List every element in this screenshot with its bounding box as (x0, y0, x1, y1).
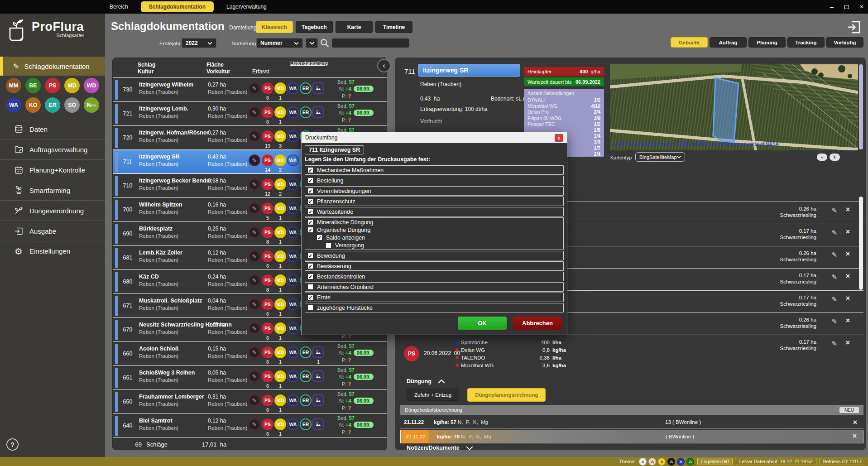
filter-button-vorläufig[interactable]: Vorläufig (826, 37, 863, 48)
checkbox[interactable]: ✓ (307, 198, 313, 204)
sidebar-badge-wd[interactable]: WD (84, 78, 99, 93)
sidebar-item-planung-kontrolle[interactable]: Planung+Kontrolle (0, 159, 105, 180)
field-row-640[interactable]: 640Biel SamtrotReben (Trauben)0,12 haReb… (113, 413, 387, 437)
sidebar-item-auftragsverwaltung[interactable]: Auftragsverwaltung (0, 139, 105, 159)
collapse-panel-button[interactable]: ‹ (377, 59, 391, 72)
checkbox[interactable]: ✓ (317, 235, 322, 240)
checkbox-ernte[interactable]: ✓Ernte (307, 293, 561, 301)
top-tab-lagerverwaltung[interactable]: Lagerverwaltung (222, 2, 271, 12)
edit-icon[interactable]: ✎ (831, 295, 837, 303)
sidebar-badge-be[interactable]: BE (25, 78, 41, 93)
filter-button-tracking[interactable]: Tracking (787, 37, 825, 48)
thema-button-2[interactable]: A (648, 458, 656, 466)
checkbox-beweidung[interactable]: ✓Beweidung (307, 252, 561, 259)
checkbox[interactable]: ✓ (307, 263, 313, 269)
field-row-650[interactable]: 650Frauhammer LembergerReben (Trauben)0,… (113, 389, 387, 413)
edit-icon[interactable]: ✎ (831, 317, 837, 326)
checkbox-zugehörige-flurstücke[interactable]: zugehörige Flurstücke (307, 304, 561, 312)
notizen-header[interactable]: Notizen/Dokumente (407, 445, 473, 451)
scrollbar-thumb[interactable] (859, 64, 863, 149)
delete-icon[interactable]: × (853, 432, 857, 440)
filter-button-auftrag[interactable]: Auftrag (710, 37, 747, 48)
map-zoom-in-button[interactable]: + (830, 154, 840, 161)
sort-direction-button[interactable] (306, 38, 318, 48)
top-tab-schlagdokumentation[interactable]: Schlagdokumentation (141, 1, 214, 12)
checkbox[interactable]: ✓ (307, 209, 313, 215)
view-tab-klassisch[interactable]: Klassisch (256, 21, 293, 33)
checkbox-saldo-anzeigen[interactable]: ✓Saldo anzeigen (317, 234, 561, 241)
view-tab-karte[interactable]: Karte (336, 21, 373, 33)
sidebar-badge-er[interactable]: ER (45, 97, 60, 113)
checkbox-bestellung[interactable]: ✓Bestellung (307, 177, 561, 184)
field-polygon[interactable] (713, 78, 739, 142)
delete-icon[interactable]: × (846, 294, 850, 303)
sidebar-item-daten[interactable]: Daten (0, 119, 105, 139)
checkbox[interactable]: ✓ (307, 294, 313, 300)
delete-icon[interactable]: × (846, 206, 850, 214)
duengung-row[interactable]: 21.11.22kg/ha: 57 N, P, K, Mg13 ( BWonli… (400, 417, 863, 428)
delete-icon[interactable]: × (846, 339, 850, 347)
listendarstellung-link[interactable]: Listendarstellung (290, 60, 328, 66)
checkbox[interactable] (307, 284, 313, 290)
checkbox[interactable]: ✓ (307, 227, 313, 233)
checkbox[interactable] (326, 242, 331, 248)
sidebar-badge-so[interactable]: SO (64, 97, 80, 113)
checkbox-bewässerung[interactable]: ✓Bewässerung (307, 262, 561, 270)
checkbox[interactable]: ✓ (307, 178, 313, 183)
field-row-651[interactable]: 651SchloßWeg 3 ReihenReben (Trauben)0,05… (113, 365, 387, 389)
sidebar-item-düngeverordnung[interactable]: Düngeverordnung (0, 200, 105, 221)
scrollbar-thumb[interactable] (859, 197, 863, 290)
search-input[interactable] (331, 38, 410, 48)
map-zoom-out-button[interactable]: - (817, 154, 827, 161)
checkbox-mechanische-maßnahmen[interactable]: ✓Mechanische Maßnahmen (307, 166, 561, 174)
sidebar-badge-ps[interactable]: PS (45, 78, 60, 93)
checkbox-vorerntebedingungen[interactable]: ✓Vorerntebedingungen (307, 187, 561, 195)
edit-icon[interactable]: ✎ (831, 340, 837, 348)
field-row-660[interactable]: 660Acolon SchloßReben (Trauben)0,15 haRe… (113, 341, 387, 365)
edit-icon[interactable]: ✎ (831, 229, 837, 237)
sidebar-badge-wa[interactable]: WA (6, 97, 21, 113)
thema-button-1[interactable]: A (639, 458, 647, 466)
duengung-tab-düngeplanungsrechnung[interactable]: Düngeplanungsrechnung (467, 388, 546, 402)
duengung-tab-zufuhr-entzug[interactable]: Zufuhr + Entzug (407, 389, 459, 401)
checkbox-artenreiches-grünland[interactable]: Artenreiches Grünland (307, 283, 561, 291)
checkbox[interactable]: ✓ (307, 167, 313, 173)
field-row-721[interactable]: 721Itzingerweg Lemb.Reben (Trauben)0,30 … (113, 101, 387, 125)
sidebar-badge-md[interactable]: MD (64, 78, 80, 93)
kartentyp-select[interactable]: BingSatelliteMap (635, 152, 685, 162)
window-close-button[interactable]: × (860, 4, 863, 10)
help-button[interactable]: ? (6, 438, 19, 451)
thema-button-4[interactable]: A (667, 458, 675, 466)
delete-icon[interactable]: × (853, 418, 857, 427)
detail-field-name[interactable]: Itzingerweg SR (418, 64, 520, 77)
checkbox-wartezeitende[interactable]: ✓Wartezeitende (307, 208, 561, 216)
checkbox[interactable]: ✓ (307, 274, 313, 279)
sidebar-badge-ko[interactable]: KO (25, 97, 41, 113)
sidebar-badge-mm[interactable]: MM (6, 78, 21, 93)
thema-button-5[interactable]: A (677, 458, 685, 466)
treatment-row[interactable]: 0.17 haSchwarzriesling✎×PS20.06.2022 00S… (400, 335, 863, 372)
thema-button-3[interactable]: A (658, 458, 666, 466)
filter-button-gebucht[interactable]: Gebucht (671, 37, 708, 48)
checkbox[interactable]: ✓ (307, 253, 313, 259)
checkbox-organische-düngung[interactable]: ✓Organische Düngung (307, 226, 561, 234)
thema-button-6[interactable]: A (686, 458, 694, 466)
sidebar-item-ausgabe[interactable]: Ausgabe (0, 221, 105, 241)
sidebar-item-einstellungen[interactable]: ⚙Einstellungen (0, 241, 105, 261)
sidebar-badge-nmin[interactable]: Nmin (84, 97, 99, 113)
checkbox[interactable]: ✓ (307, 188, 313, 194)
top-tab-bereich[interactable]: Bereich (105, 2, 133, 12)
checkbox-versorgung[interactable]: Versorgung (326, 241, 561, 249)
close-icon[interactable]: x (555, 134, 563, 142)
delete-icon[interactable]: × (846, 317, 850, 325)
delete-icon[interactable]: × (846, 250, 850, 258)
cancel-button[interactable]: Abbrechen (513, 317, 562, 330)
checkbox-pflanzenschutz[interactable]: ✓Pflanzenschutz (307, 197, 561, 205)
window-minimize-button[interactable]: – (830, 4, 834, 10)
checkbox[interactable] (307, 305, 313, 311)
sidebar-item-schlagdokumentation[interactable]: ✎ Schlagdokumentation (0, 57, 105, 76)
checkbox[interactable]: ✓ (307, 219, 313, 225)
view-tab-timeline[interactable]: Timeline (375, 21, 412, 33)
filter-button-planung[interactable]: Planung (748, 37, 786, 48)
delete-icon[interactable]: × (846, 272, 850, 280)
